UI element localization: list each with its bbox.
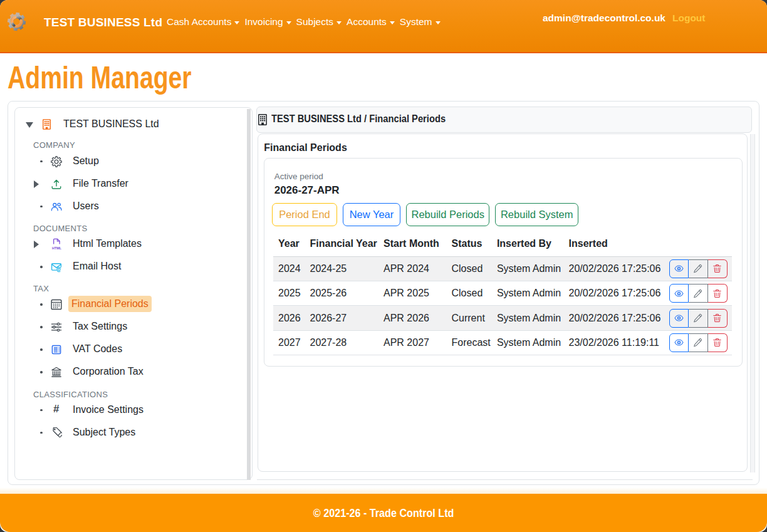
svg-text:HTML: HTML [52, 246, 62, 250]
